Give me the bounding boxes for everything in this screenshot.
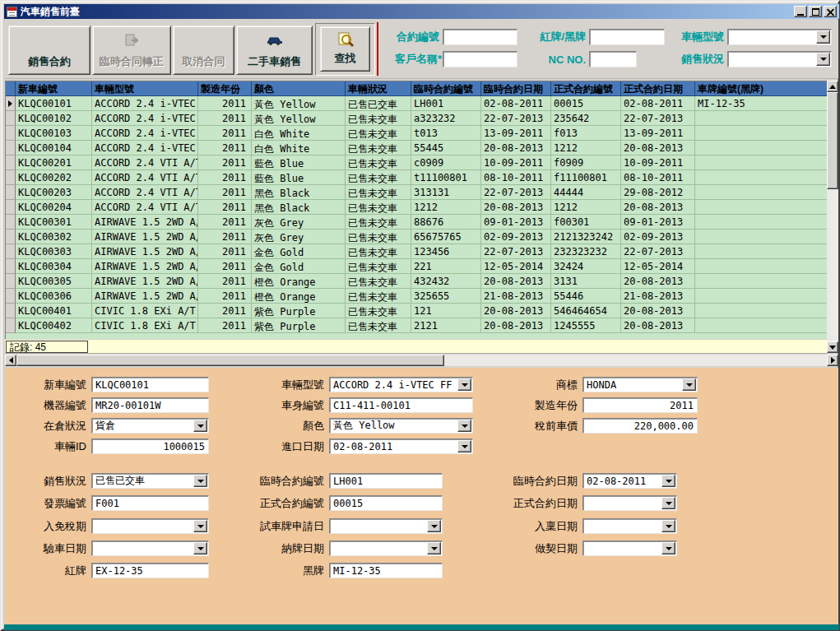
grid-cell[interactable]: AIRWAVE 1.5 2WD A/T bbox=[92, 274, 198, 289]
grid-cell[interactable]: 2121323242 bbox=[551, 230, 621, 244]
inspection-date-select[interactable] bbox=[91, 541, 209, 556]
new-car-no-input[interactable]: KLQC00101 bbox=[91, 377, 209, 392]
temp-contract-convert-button[interactable]: 臨時合同轉正 bbox=[92, 26, 171, 75]
column-header[interactable]: 正式合約日期 bbox=[621, 81, 695, 96]
grid-cell[interactable]: 221 bbox=[411, 259, 481, 274]
column-header[interactable]: 顏色 bbox=[252, 81, 346, 96]
grid-cell[interactable]: KLQC00402 bbox=[16, 318, 92, 333]
row-header-cell[interactable] bbox=[6, 244, 16, 259]
grid-cell[interactable]: 2121 bbox=[411, 318, 481, 333]
grid-cell[interactable]: 20-08-2013 bbox=[621, 274, 695, 289]
grid-cell[interactable]: f00301 bbox=[551, 215, 621, 230]
grid-cell[interactable]: 432432 bbox=[411, 274, 481, 289]
grid-cell[interactable]: 1212 bbox=[551, 141, 621, 155]
grid-cell[interactable]: 121 bbox=[411, 304, 481, 318]
grid-cell[interactable]: KLQC00101 bbox=[16, 96, 92, 111]
temp-contract-no-input[interactable]: LH001 bbox=[329, 473, 443, 489]
grid-cell[interactable]: 白色 White bbox=[252, 141, 346, 155]
grid-cell[interactable]: 232323232 bbox=[551, 244, 621, 259]
grid-cell[interactable]: c0909 bbox=[411, 155, 481, 170]
grid-cell[interactable]: 黃色 Yellow bbox=[252, 111, 346, 126]
table-row[interactable]: KLQC00304AIRWAVE 1.5 2WD A/T2011金色 Gold已… bbox=[6, 259, 827, 274]
grid-cell[interactable]: 已售未交車 bbox=[346, 318, 411, 333]
grid-cell[interactable]: AIRWAVE 1.5 2WD A/T bbox=[92, 215, 198, 230]
grid-cell[interactable]: KLQC00304 bbox=[16, 259, 92, 274]
table-row[interactable]: KLQC00305AIRWAVE 1.5 2WD A/T2011橙色 Orang… bbox=[6, 274, 827, 289]
plate-date-select[interactable] bbox=[329, 541, 443, 556]
grid-cell[interactable]: 黑色 Black bbox=[252, 200, 346, 215]
grid-cell[interactable]: 22-07-2013 bbox=[481, 244, 551, 259]
horizontal-scrollbar[interactable] bbox=[5, 355, 838, 366]
grid-cell[interactable]: 2011 bbox=[198, 318, 252, 333]
grid-cell[interactable]: 紫色 Purple bbox=[252, 304, 346, 318]
grid-cell[interactable]: ACCORD 2.4 VTI A/T bbox=[92, 185, 198, 200]
grid-cell[interactable]: 金色 Gold bbox=[252, 259, 346, 274]
grid-cell[interactable]: 21-08-2013 bbox=[481, 289, 551, 304]
grid-cell[interactable]: ACCORD 2.4 i-VTEC FF A/T 123 bbox=[92, 141, 198, 155]
grid-cell[interactable] bbox=[695, 185, 827, 200]
formal-contract-date-select[interactable] bbox=[582, 495, 677, 511]
table-row[interactable]: KLQC00201ACCORD 2.4 VTI A/T2011藍色 Blue已售… bbox=[6, 155, 827, 170]
table-row[interactable]: KLQC00301AIRWAVE 1.5 2WD A/T2011灰色 Grey已… bbox=[6, 215, 827, 230]
grid-cell[interactable]: 12-05-2014 bbox=[621, 259, 695, 274]
grid-cell[interactable]: 22-07-2013 bbox=[481, 185, 551, 200]
table-row[interactable]: KLQC00306AIRWAVE 1.5 2WD A/T2011橙色 Orang… bbox=[6, 289, 827, 304]
brand-select[interactable]: HONDA bbox=[582, 377, 698, 392]
import-date-select[interactable]: 02-08-2011 bbox=[329, 438, 473, 454]
grid-cell[interactable]: 已售未交車 bbox=[346, 141, 411, 155]
grid-cell[interactable]: CIVIC 1.8 EXi A/T bbox=[92, 304, 198, 318]
customer-name-input[interactable] bbox=[443, 51, 517, 67]
find-button[interactable]: 查找 bbox=[320, 26, 370, 72]
grid-cell[interactable]: 已售未交車 bbox=[346, 155, 411, 170]
grid-cell[interactable]: 2011 bbox=[198, 289, 252, 304]
dropdown-arrow-icon[interactable] bbox=[682, 378, 696, 391]
grid-cell[interactable]: 2011 bbox=[198, 200, 252, 215]
vehicle-model-select[interactable]: ACCORD 2.4 i-VTEC FF A/ bbox=[329, 377, 473, 392]
entry-date-select[interactable] bbox=[582, 518, 677, 534]
dropdown-arrow-icon[interactable] bbox=[661, 542, 675, 554]
grid-cell[interactable]: KLQC00203 bbox=[16, 185, 92, 200]
grid-cell[interactable]: 13-09-2011 bbox=[481, 126, 551, 141]
vertical-scrollbar[interactable] bbox=[827, 81, 838, 353]
row-header-cell[interactable] bbox=[6, 111, 16, 126]
dropdown-arrow-icon[interactable] bbox=[457, 420, 471, 432]
dropdown-arrow-icon[interactable] bbox=[661, 520, 675, 532]
tax-free-date-select[interactable] bbox=[91, 518, 209, 534]
dropdown-arrow-icon[interactable] bbox=[661, 497, 675, 509]
column-header[interactable]: 製造年份 bbox=[198, 81, 252, 96]
grid-cell[interactable]: 21-08-2013 bbox=[621, 289, 695, 304]
grid-cell[interactable]: 已售未交車 bbox=[346, 215, 411, 230]
red-black-plate-input[interactable] bbox=[589, 29, 665, 45]
grid-cell[interactable]: AIRWAVE 1.5 2WD A/T bbox=[92, 259, 198, 274]
grid-cell[interactable]: a323232 bbox=[411, 111, 481, 126]
title-bar[interactable]: 汽車銷售前臺 bbox=[4, 4, 839, 19]
grid-cell[interactable]: KLQC00202 bbox=[16, 170, 92, 185]
grid-cell[interactable]: 2011 bbox=[198, 259, 252, 274]
row-header-cell[interactable] bbox=[6, 155, 16, 170]
grid-cell[interactable]: 02-09-2013 bbox=[621, 230, 695, 244]
grid-cell[interactable]: 3131 bbox=[551, 274, 621, 289]
grid-cell[interactable]: AIRWAVE 1.5 2WD A/T bbox=[92, 289, 198, 304]
column-header[interactable]: 車輛狀況 bbox=[346, 81, 411, 96]
grid-cell[interactable]: 橙色 Orange bbox=[252, 289, 346, 304]
pre-tax-price-input[interactable]: 220,000.00 bbox=[582, 418, 698, 434]
grid-cell[interactable]: 黃色 Yellow bbox=[252, 96, 346, 111]
grid-cell[interactable]: 灰色 Grey bbox=[252, 215, 346, 230]
grid-cell[interactable]: 55446 bbox=[551, 289, 621, 304]
grid-cell[interactable]: 2011 bbox=[198, 111, 252, 126]
grid-cell[interactable]: 已售未交車 bbox=[346, 230, 411, 244]
grid-cell[interactable]: 已售未交車 bbox=[346, 185, 411, 200]
row-header-cell[interactable] bbox=[6, 215, 16, 230]
grid-cell[interactable]: 2011 bbox=[198, 185, 252, 200]
scroll-down-button[interactable] bbox=[827, 341, 838, 353]
grid-cell[interactable]: 藍色 Blue bbox=[252, 155, 346, 170]
grid-cell[interactable]: 20-08-2013 bbox=[621, 141, 695, 155]
nc-no-input[interactable] bbox=[589, 51, 637, 67]
grid-cell[interactable]: 灰色 Grey bbox=[252, 230, 346, 244]
grid-cell[interactable]: 22-07-2013 bbox=[621, 244, 695, 259]
dropdown-arrow-icon[interactable] bbox=[661, 475, 675, 487]
table-row[interactable]: KLQC00102ACCORD 2.4 i-VTEC FF A/T 123201… bbox=[6, 111, 827, 126]
table-row[interactable]: KLQC00103ACCORD 2.4 i-VTEC FF A/T 123201… bbox=[6, 126, 827, 141]
grid-cell[interactable]: 20-08-2013 bbox=[621, 318, 695, 333]
grid-cell[interactable]: ACCORD 2.4 i-VTEC FF A/T 123 bbox=[92, 111, 198, 126]
